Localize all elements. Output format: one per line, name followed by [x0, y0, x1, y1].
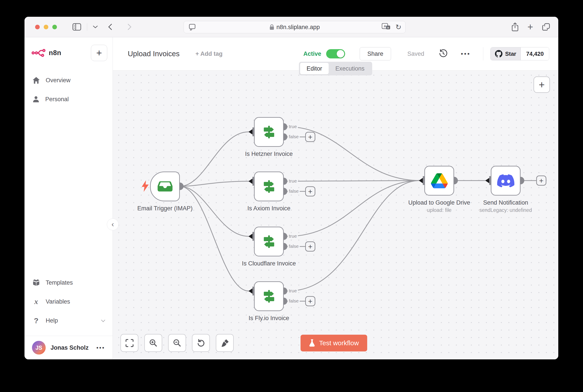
switch-icon: [261, 179, 277, 194]
edge[interactable]: [180, 132, 249, 186]
url-text[interactable]: n8n.sliplane.app: [276, 24, 320, 31]
output-label-false: false: [288, 134, 300, 139]
node-is-flyio-invoice[interactable]: Is Fly.io Invoice: [254, 281, 284, 311]
edge[interactable]: [287, 180, 419, 181]
active-toggle[interactable]: [326, 49, 345, 58]
star-count[interactable]: 74,420: [521, 48, 549, 60]
user-name: Jonas Scholz: [51, 344, 89, 351]
flask-icon: [309, 339, 315, 347]
trigger-bolt-icon: [141, 180, 150, 192]
github-star-widget[interactable]: Star 74,420: [490, 47, 549, 60]
toolbar-divider: [87, 23, 87, 31]
zoom-window-button[interactable]: [52, 25, 57, 29]
output-label-false: false: [288, 244, 300, 249]
translate-icon[interactable]: Aa: [382, 23, 391, 31]
sidebar-item-personal[interactable]: Personal: [25, 90, 113, 109]
collapse-sidebar-button[interactable]: ‹: [107, 218, 119, 230]
node-is-hetzner-invoice[interactable]: Is Hetzner Invoice: [254, 117, 284, 147]
question-icon: ?: [33, 317, 40, 324]
star-label: Star: [505, 50, 516, 57]
sidebar-item-help[interactable]: ? Help: [25, 311, 113, 330]
add-node-from-false-button[interactable]: +: [305, 296, 315, 306]
sidebar-item-label: Personal: [45, 96, 69, 103]
new-tab-button[interactable]: +: [527, 22, 533, 32]
github-star-button[interactable]: Star: [490, 48, 521, 60]
edge[interactable]: [180, 186, 249, 291]
tab-overview-icon[interactable]: [542, 23, 550, 31]
add-workflow-button[interactable]: +: [91, 45, 107, 61]
add-node-button[interactable]: +: [533, 76, 550, 93]
workflow-canvas[interactable]: Email Trigger (IMAP) Is Hetzner Invoice: [113, 70, 558, 359]
node-email-trigger-imap[interactable]: Email Trigger (IMAP): [150, 172, 180, 201]
input-arrow: [248, 288, 252, 294]
history-icon[interactable]: [439, 49, 448, 59]
active-label: Active: [304, 50, 321, 57]
sidebar-toggle-icon[interactable]: [72, 23, 81, 31]
sidebar-item-overview[interactable]: Overview: [25, 71, 113, 90]
screenshot-stage: n8n.sliplane.app Aa ↻ +: [0, 0, 583, 392]
switch-icon: [261, 124, 277, 140]
n8n-logo[interactable]: n8n: [32, 49, 61, 57]
reset-zoom-button[interactable]: [192, 334, 210, 352]
fit-view-button[interactable]: [121, 334, 138, 352]
sidebar-item-variables[interactable]: x Variables: [25, 292, 113, 311]
node-label: Email Trigger (IMAP): [113, 205, 218, 212]
chevron-down-icon: [101, 318, 105, 322]
workflow-title[interactable]: Upload Invoices: [128, 50, 180, 58]
add-node-from-false-button[interactable]: +: [305, 132, 315, 142]
zoom-out-button[interactable]: [168, 334, 186, 352]
user-menu[interactable]: JS Jonas Scholz •••: [25, 336, 113, 359]
add-node-from-output-button[interactable]: +: [536, 176, 546, 186]
reload-icon[interactable]: ↻: [395, 23, 401, 31]
header-divider: [483, 47, 483, 60]
github-icon: [495, 50, 502, 58]
n8n-logo-icon: [32, 49, 46, 57]
share-workflow-button[interactable]: Share: [360, 47, 391, 60]
back-button[interactable]: [109, 25, 114, 29]
tab-editor[interactable]: Editor: [300, 63, 329, 74]
edges-layer: [113, 70, 558, 359]
templates-box-icon: [33, 279, 40, 286]
output-label-true: true: [288, 288, 298, 294]
zoom-in-button[interactable]: [144, 334, 162, 352]
node-label: Is Axiom Invoice: [216, 205, 322, 212]
tab-executions[interactable]: Executions: [329, 63, 371, 74]
minimize-window-button[interactable]: [44, 25, 48, 29]
share-icon[interactable]: [511, 22, 518, 31]
forward-button[interactable]: [126, 25, 130, 29]
edge[interactable]: [180, 181, 249, 186]
saved-status: Saved: [407, 50, 424, 57]
add-node-from-false-button[interactable]: +: [305, 242, 315, 252]
output-label-true: true: [288, 124, 298, 129]
chevron-left-icon: ‹: [111, 220, 114, 228]
inbox-icon: [157, 178, 173, 194]
node-send-notification[interactable]: Send Notification sendLegacy: undefined: [491, 166, 520, 196]
address-bar[interactable]: n8n.sliplane.app Aa ↻: [184, 21, 406, 33]
close-window-button[interactable]: [35, 25, 40, 29]
output-label-false: false: [288, 298, 300, 304]
chevron-down-icon[interactable]: [93, 25, 98, 28]
sidebar-item-label: Templates: [46, 279, 73, 286]
toggle-knob: [337, 50, 344, 58]
browser-window: n8n.sliplane.app Aa ↻ +: [25, 17, 558, 359]
edge[interactable]: [287, 180, 419, 291]
output-label-true: true: [288, 234, 298, 239]
node-upload-to-google-drive[interactable]: Upload to Google Drive upload: file: [424, 166, 454, 196]
user-options-button[interactable]: •••: [96, 344, 105, 351]
add-tag-button[interactable]: + Add tag: [195, 50, 223, 57]
sidebar-item-label: Variables: [46, 298, 70, 305]
test-workflow-button[interactable]: Test workflow: [301, 335, 367, 352]
node-is-axiom-invoice[interactable]: Is Axiom Invoice: [254, 172, 284, 201]
svg-text:a: a: [387, 26, 389, 29]
node-label: Is Fly.io Invoice: [216, 315, 322, 322]
workflow-menu-button[interactable]: •••: [461, 50, 470, 57]
node-is-cloudflare-invoice[interactable]: Is Cloudflare Invoice: [254, 227, 284, 256]
home-icon: [33, 77, 40, 84]
add-node-from-false-button[interactable]: +: [305, 186, 315, 196]
app-sidebar: n8n + Overview Personal: [25, 37, 113, 359]
sidebar-item-templates[interactable]: Templates: [25, 273, 113, 292]
lock-icon: [269, 24, 274, 30]
output-label-false: false: [288, 188, 300, 194]
tidy-up-button[interactable]: [216, 334, 234, 352]
brand-name: n8n: [49, 49, 61, 57]
